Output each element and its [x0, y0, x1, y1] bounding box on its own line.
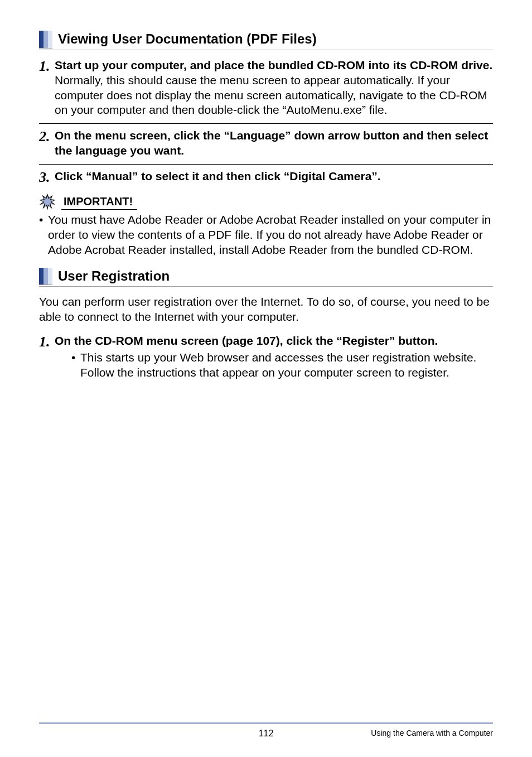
section2-step-1-sub-text: This starts up your Web browser and acce…: [80, 350, 493, 380]
section2-step-1-body: On the CD-ROM menu screen (page 107), cl…: [55, 334, 493, 380]
step-2-number: 2.: [39, 128, 55, 158]
section2-intro: You can perform user registration over t…: [39, 295, 493, 325]
important-bullet-text: You must have Adobe Reader or Adobe Acro…: [48, 213, 493, 258]
footer-divider: [39, 722, 493, 724]
divider: [39, 164, 493, 165]
svg-marker-1: [41, 196, 54, 209]
page-footer: 112 Using the Camera with a Computer: [39, 722, 493, 737]
step-1: 1. Start up your computer, and place the…: [39, 58, 493, 118]
page-content: Viewing User Documentation (PDF Files) 1…: [0, 0, 532, 380]
page-number: 112: [259, 729, 274, 739]
divider: [39, 123, 493, 124]
section2-step-1-title: On the CD-ROM menu screen (page 107), cl…: [55, 334, 493, 349]
step-3: 3. Click “Manual” to select it and then …: [39, 169, 493, 185]
step-3-body: Click “Manual” to select it and then cli…: [55, 169, 493, 185]
step-3-number: 3.: [39, 169, 55, 185]
step-2-body: On the menu screen, click the “Language”…: [55, 128, 493, 158]
step-2: 2. On the menu screen, click the “Langua…: [39, 128, 493, 158]
section-heading-text: User Registration: [57, 268, 493, 286]
step-1-body: Start up your computer, and place the bu…: [55, 58, 493, 118]
burst-icon: [39, 194, 56, 210]
step-1-desc: Normally, this should cause the menu scr…: [55, 73, 493, 118]
section2-step-1: 1. On the CD-ROM menu screen (page 107),…: [39, 334, 493, 380]
bullet-dot-icon: •: [39, 213, 48, 258]
step-3-title: Click “Manual” to select it and then cli…: [55, 169, 493, 184]
section-heading-viewing-docs: Viewing User Documentation (PDF Files): [39, 31, 493, 50]
important-bullet: • You must have Adobe Reader or Adobe Ac…: [39, 213, 493, 258]
section-bar-icon: [39, 268, 52, 286]
section-heading-text: Viewing User Documentation (PDF Files): [57, 31, 493, 49]
section-bar-icon: [39, 31, 52, 49]
section-heading-user-registration: User Registration: [39, 268, 493, 287]
step-1-number: 1.: [39, 58, 55, 118]
step-2-title: On the menu screen, click the “Language”…: [55, 128, 493, 158]
section2-step-1-subbullet: • This starts up your Web browser and ac…: [71, 350, 493, 380]
important-row: IMPORTANT!: [39, 194, 493, 210]
footer-right-text: Using the Camera with a Computer: [371, 729, 493, 737]
step-1-title: Start up your computer, and place the bu…: [55, 58, 493, 73]
important-label: IMPORTANT!: [61, 194, 137, 210]
bullet-dot-icon: •: [71, 350, 80, 380]
section2-step-1-number: 1.: [39, 334, 55, 380]
